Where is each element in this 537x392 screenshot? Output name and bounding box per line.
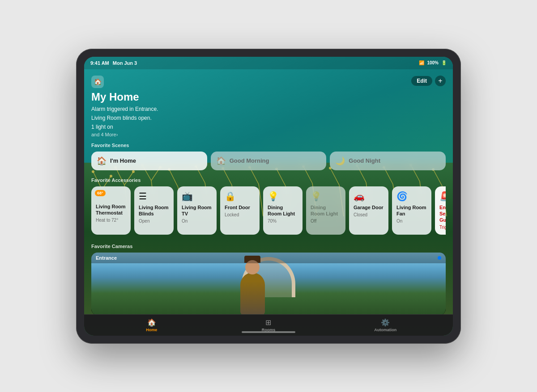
- header-actions: Edit +: [411, 76, 446, 86]
- status-date: Mon Jun 3: [113, 60, 137, 66]
- camera-card-entrance[interactable]: Entrance: [91, 253, 446, 314]
- accessory-name-tv: Living Room TV: [182, 204, 212, 217]
- camera-dot: [438, 256, 441, 260]
- accessory-name-blinds: Living Room Blinds: [139, 204, 169, 217]
- dining-light-icon: 💡: [268, 191, 298, 202]
- camera-name: Entrance: [96, 255, 117, 261]
- accessory-name-fan: Living Room Fan: [396, 204, 427, 217]
- accessory-card-door[interactable]: 🔒 Front Door Locked: [220, 186, 260, 235]
- header-row: 🏠 Edit +: [91, 76, 446, 88]
- accessory-status-dining-light-off: Off: [311, 219, 341, 224]
- cameras-section-label: Favorite Cameras: [91, 244, 446, 249]
- home-indicator: [242, 331, 295, 333]
- tab-automation[interactable]: ⚙️ Automation: [327, 318, 444, 332]
- dining-light-off-icon: 💡: [311, 191, 341, 202]
- accessory-status-door: Locked: [225, 212, 255, 218]
- temp-badge: 68°: [95, 190, 106, 196]
- accessory-name-garage: Garage Door: [354, 204, 384, 211]
- person-body: [240, 273, 265, 314]
- tab-home-label: Home: [146, 328, 157, 332]
- door-icon: 🔒: [225, 191, 255, 202]
- content-area: 🏠 Edit + My Home Alarm triggered in Entr…: [84, 69, 453, 314]
- tab-home[interactable]: 🏠 Home: [93, 318, 210, 332]
- security-icon: 🚨: [439, 191, 446, 202]
- accessory-card-dining-light-off[interactable]: 💡 Dining Room Light Off: [306, 186, 345, 235]
- accessory-status-garage: Closed: [354, 212, 384, 218]
- tab-rooms[interactable]: ⊞ Rooms: [210, 318, 327, 332]
- tab-home-icon: 🏠: [147, 318, 156, 327]
- accessory-name-security: Entrance Security Guard: [439, 204, 446, 223]
- scene-icon-im-home: 🏠: [97, 156, 107, 166]
- garage-icon: 🚗: [354, 191, 384, 202]
- home-icon: 🏠: [94, 78, 102, 85]
- battery-level: 100%: [427, 60, 439, 65]
- tv-icon: 📺: [182, 191, 212, 202]
- accessory-status-dining-light: 70%: [268, 219, 298, 224]
- status-bar: 9:41 AM Mon Jun 3 📶 100% 🔋: [84, 57, 453, 69]
- accessory-card-garage[interactable]: 🚗 Garage Door Closed: [349, 186, 388, 235]
- scene-label-good-morning: Good Morning: [230, 157, 269, 164]
- accessory-name-dining-light: Dining Room Light: [268, 204, 298, 217]
- accessory-card-thermostat[interactable]: 68° Living Room Thermostat Heat to 72°: [91, 186, 131, 235]
- ipad-screen: 9:41 AM Mon Jun 3 📶 100% 🔋 🏠 Edit +: [84, 57, 453, 336]
- blinds-icon: ☰: [139, 191, 169, 202]
- scenes-grid: 🏠 I'm Home 🏠 Good Morning 🌙 Good Night: [91, 152, 446, 170]
- tab-automation-icon: ⚙️: [381, 318, 390, 327]
- add-button[interactable]: +: [435, 76, 446, 86]
- accessory-status-tv: On: [182, 219, 212, 224]
- status-bar-right: 📶 100% 🔋: [419, 60, 447, 65]
- accessory-card-fan[interactable]: 🌀 Living Room Fan On: [392, 186, 431, 235]
- accessory-status-security: Triggered: [439, 225, 446, 230]
- accessories-grid: 68° Living Room Thermostat Heat to 72° ☰…: [91, 186, 446, 237]
- home-status-line2: Living Room blinds open.: [91, 114, 446, 122]
- accessory-status-thermostat: Heat to 72°: [96, 218, 126, 223]
- scene-icon-good-night: 🌙: [335, 156, 345, 166]
- accessory-name-door: Front Door: [225, 204, 255, 211]
- accessory-card-blinds[interactable]: ☰ Living Room Blinds Open: [134, 186, 174, 235]
- wifi-icon: 📶: [419, 60, 424, 65]
- home-status-line1: Alarm triggered in Entrance.: [91, 105, 446, 113]
- fan-icon: 🌀: [396, 191, 427, 202]
- scene-label-im-home: I'm Home: [110, 157, 136, 164]
- scene-card-good-morning[interactable]: 🏠 Good Morning: [211, 152, 327, 170]
- home-icon-button[interactable]: 🏠: [91, 76, 104, 88]
- edit-button[interactable]: Edit: [411, 76, 432, 86]
- battery-icon: 🔋: [441, 60, 447, 65]
- accessory-status-blinds: Open: [139, 219, 169, 224]
- status-bar-left: 9:41 AM Mon Jun 3: [90, 60, 137, 66]
- scene-icon-good-morning: 🏠: [216, 156, 226, 166]
- accessory-name-dining-light-off: Dining Room Light: [311, 204, 341, 217]
- scene-card-good-night[interactable]: 🌙 Good Night: [330, 152, 446, 170]
- tab-rooms-icon: ⊞: [265, 318, 271, 327]
- home-title: My Home: [91, 91, 446, 103]
- accessory-card-tv[interactable]: 📺 Living Room TV On: [177, 186, 217, 235]
- scenes-section-label: Favorite Scenes: [91, 143, 446, 148]
- camera-label-bar: Entrance: [91, 253, 446, 263]
- accessory-name-thermostat: Living Room Thermostat: [96, 203, 126, 216]
- ipad-device: 9:41 AM Mon Jun 3 📶 100% 🔋 🏠 Edit +: [76, 49, 461, 344]
- status-time: 9:41 AM: [90, 60, 109, 66]
- accessory-card-dining-light[interactable]: 💡 Dining Room Light 70%: [263, 186, 303, 235]
- home-status-line3: 1 light on: [91, 123, 446, 131]
- scene-label-good-night: Good Night: [349, 157, 380, 164]
- accessories-section-label: Favorite Accessories: [91, 177, 446, 183]
- home-more-link[interactable]: and 4 More›: [91, 132, 446, 137]
- accessory-status-fan: On: [396, 219, 427, 224]
- scene-card-im-home[interactable]: 🏠 I'm Home: [91, 152, 207, 170]
- tab-automation-label: Automation: [374, 328, 396, 332]
- accessory-card-security[interactable]: 🚨 Entrance Security Guard Triggered: [435, 186, 446, 235]
